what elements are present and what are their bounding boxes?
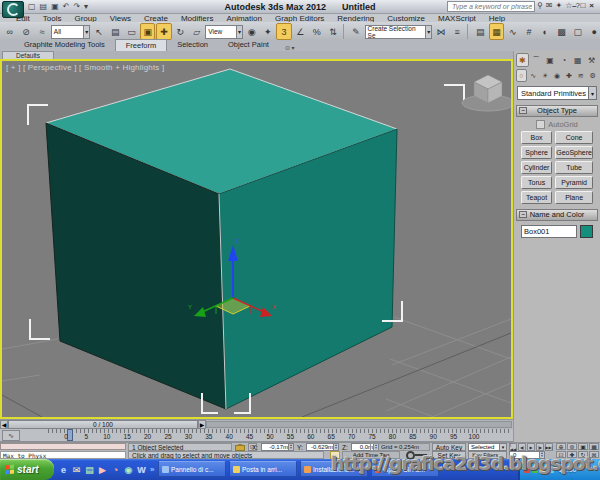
primitive-cone-button[interactable]: Cone xyxy=(555,131,593,144)
snaps-toggle-icon[interactable]: 3 xyxy=(276,23,291,40)
spinner-icon[interactable]: ▲▼ xyxy=(333,444,338,450)
render-setup-icon[interactable]: ▩ xyxy=(554,23,569,40)
object-type-header[interactable]: − Object Type xyxy=(516,105,598,117)
edit-named-selections-icon[interactable]: ✎ xyxy=(348,23,363,40)
tab-modify[interactable]: ⌒ xyxy=(530,53,543,67)
spinner-icon[interactable]: ▲▼ xyxy=(288,444,293,450)
box001-object[interactable] xyxy=(46,69,397,409)
quicklaunch-media-icon[interactable]: ▶ xyxy=(97,465,108,475)
infocenter-search[interactable] xyxy=(447,1,535,12)
category-helpers[interactable]: ✚ xyxy=(563,69,574,82)
ribbon-options-icon[interactable]: ⊙ ▾ xyxy=(285,44,295,51)
select-and-move-icon[interactable]: ✚ xyxy=(156,23,171,40)
primitive-torus-button[interactable]: Torus xyxy=(521,176,552,189)
autogrid-checkbox[interactable] xyxy=(536,120,545,129)
minimize-button[interactable]: – xyxy=(572,1,576,10)
spinner-snap-icon[interactable]: ⇅ xyxy=(325,23,340,40)
unlink-selection-icon[interactable]: ⊘ xyxy=(18,23,33,40)
taskbar-task-pannello-di-c[interactable]: Pannello di c... xyxy=(158,461,226,477)
maxscript-mini-listener-white[interactable]: Max to Physx xyxy=(0,451,126,459)
search-input[interactable] xyxy=(450,2,534,11)
primitive-category-dropdown[interactable]: Standard Primitives ▾ xyxy=(517,86,597,100)
primitive-geosphere-button[interactable]: GeoSphere xyxy=(555,146,593,159)
rendered-frame-icon[interactable]: ▢ xyxy=(570,23,585,40)
time-slider-handle[interactable]: 0 / 100 xyxy=(8,420,198,429)
category-space-warps[interactable]: ≋ xyxy=(575,69,586,82)
go-to-start-button[interactable]: |◀◀ xyxy=(509,443,517,451)
close-button[interactable]: × xyxy=(589,1,594,10)
primitive-sphere-button[interactable]: Sphere xyxy=(521,146,552,159)
viewport-canvas[interactable]: Z Y X xyxy=(2,61,511,417)
next-frame-button[interactable]: |▶ xyxy=(536,443,544,451)
select-and-rotate-icon[interactable]: ↻ xyxy=(173,23,188,40)
reference-coordinate-dropdown[interactable]: View▾ xyxy=(205,25,243,39)
track-bar[interactable]: 0510152025303540455055606570758085909510… xyxy=(0,429,513,442)
named-selection-dropdown[interactable]: Create Selection Se▾ xyxy=(365,25,433,39)
tab-display[interactable]: ▦ xyxy=(571,53,584,67)
selection-lock-icon[interactable] xyxy=(235,444,245,451)
layer-manager-icon[interactable]: ▤ xyxy=(473,23,488,40)
category-lights[interactable]: ☀ xyxy=(540,69,551,82)
object-name-field[interactable]: Box001 xyxy=(521,225,577,238)
category-cameras[interactable]: ◉ xyxy=(552,69,563,82)
previous-frame-button[interactable]: ◀| xyxy=(518,443,526,451)
time-slider-prev-icon[interactable]: ◀ xyxy=(0,420,8,429)
quicklaunch-browser-icon[interactable]: e xyxy=(58,465,69,475)
category-shapes[interactable]: ∿ xyxy=(528,69,539,82)
graphite-ribbon-icon[interactable]: ▦ xyxy=(489,23,504,40)
select-by-name-icon[interactable]: ▤ xyxy=(108,23,123,40)
select-and-link-icon[interactable]: ∞ xyxy=(2,23,17,40)
curve-editor-icon[interactable]: ∿ xyxy=(505,23,520,40)
angle-snap-icon[interactable]: ∠ xyxy=(293,23,308,40)
material-editor-icon[interactable]: ◐ xyxy=(538,23,553,40)
key-mode-dropdown[interactable]: Selected▾ xyxy=(468,443,507,451)
maxscript-mini-listener-pink[interactable] xyxy=(0,443,126,450)
select-and-scale-icon[interactable]: ▱ xyxy=(189,23,204,40)
zoom-icon[interactable]: ⊕ xyxy=(556,443,566,450)
object-color-swatch[interactable] xyxy=(580,225,593,238)
mini-curve-editor-button[interactable]: ∿ xyxy=(2,430,20,441)
quicklaunch-mail-icon[interactable]: ✉ xyxy=(71,465,82,475)
rectangular-selection-region-icon[interactable]: ▭ xyxy=(124,23,139,40)
application-menu-button[interactable] xyxy=(2,1,24,18)
quicklaunch-word-icon[interactable]: W xyxy=(136,465,147,475)
category-systems[interactable]: ⚙ xyxy=(587,69,598,82)
play-button[interactable]: ▶ xyxy=(527,443,535,451)
zoom-extents-all-icon[interactable]: ▦ xyxy=(589,443,599,450)
viewcube[interactable] xyxy=(462,75,511,111)
primitive-pyramid-button[interactable]: Pyramid xyxy=(555,176,593,189)
communication-center-icon[interactable]: ✦ xyxy=(556,1,563,10)
viewport-label[interactable]: [ + ] [ Perspective ] [ Smooth + Highlig… xyxy=(6,63,164,72)
tab-motion[interactable]: ◔ xyxy=(557,53,570,67)
time-slider-track[interactable] xyxy=(206,421,512,428)
selection-filter-dropdown[interactable]: All▾ xyxy=(51,25,90,39)
mirror-icon[interactable]: ⋈ xyxy=(433,23,448,40)
primitive-box-button[interactable]: Box xyxy=(521,131,552,144)
primitive-tube-button[interactable]: Tube xyxy=(555,161,593,174)
quicklaunch-desktop-icon[interactable]: ▤ xyxy=(84,465,95,475)
bind-to-space-warp-icon[interactable]: ≈ xyxy=(35,23,50,40)
select-object-icon[interactable]: ↖ xyxy=(91,23,106,40)
name-and-color-header[interactable]: − Name and Color xyxy=(516,209,598,221)
start-button[interactable]: start xyxy=(0,459,54,480)
ribbon-tab-graphite-modeling-tools[interactable]: Graphite Modeling Tools xyxy=(14,39,115,51)
align-icon[interactable]: ≡ xyxy=(450,23,465,40)
tab-create[interactable]: ✱ xyxy=(516,53,529,67)
category-geometry[interactable]: ○ xyxy=(516,69,527,82)
render-production-icon[interactable]: ● xyxy=(587,23,600,40)
search-icon[interactable]: ⚲ xyxy=(537,1,543,10)
zoom-all-icon[interactable]: ⊛ xyxy=(567,443,577,450)
primitive-teapot-button[interactable]: Teapot xyxy=(521,191,552,204)
tab-utilities[interactable]: ⚒ xyxy=(585,53,598,67)
ribbon-tab-freeform[interactable]: Freeform xyxy=(115,39,167,51)
window-crossing-icon[interactable]: ▣ xyxy=(140,23,155,40)
quicklaunch-messenger-icon[interactable]: ◉ xyxy=(123,465,134,475)
ribbon-tab-object-paint[interactable]: Object Paint xyxy=(218,39,279,51)
primitive-cylinder-button[interactable]: Cylinder xyxy=(521,161,552,174)
taskbar-task-posta-in-arri[interactable]: Posta in arri... xyxy=(229,461,297,477)
time-slider-next-icon[interactable]: ▶ xyxy=(198,420,206,429)
go-to-end-button[interactable]: ▶▶| xyxy=(545,443,553,451)
auto-key-button[interactable]: Auto Key xyxy=(432,443,466,451)
schematic-view-icon[interactable]: # xyxy=(521,23,536,40)
primitive-plane-button[interactable]: Plane xyxy=(555,191,593,204)
